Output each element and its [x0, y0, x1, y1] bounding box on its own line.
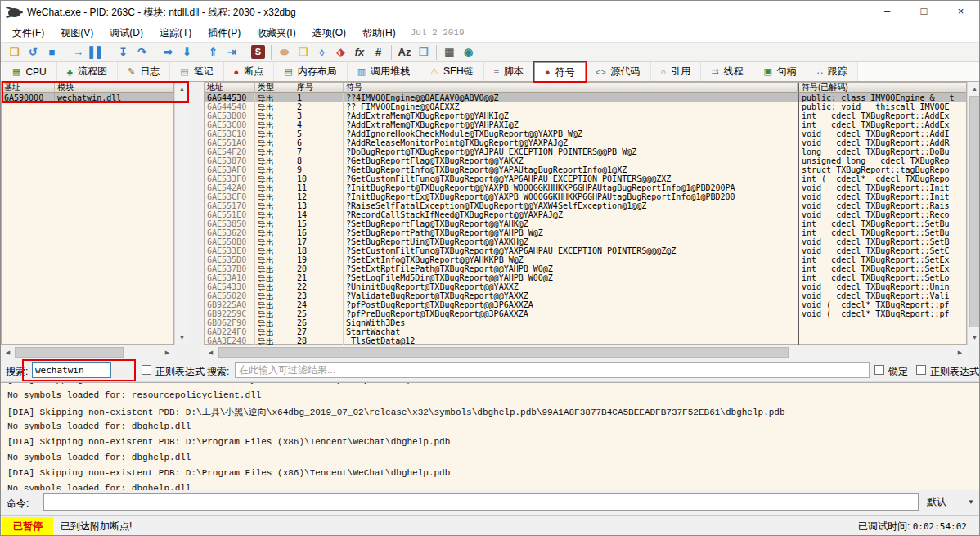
tab-log[interactable]: ✎日志 — [118, 62, 170, 81]
scroll-up-icon[interactable]: ▲ — [175, 82, 189, 96]
column-header-demangled[interactable]: 符号(已解码) — [798, 83, 966, 93]
tab-handles[interactable]: ▣句柄 — [753, 62, 807, 81]
menu-item[interactable]: 帮助(H) — [354, 24, 404, 43]
symbol-row[interactable]: 6AE53850导出15?SetBugReportFlag@TXBugRepor… — [205, 219, 966, 228]
globe-icon[interactable]: ◉ — [459, 44, 478, 61]
scroll-down-icon[interactable]: ▼ — [968, 331, 980, 345]
column-header-address[interactable]: 地址 — [205, 83, 255, 93]
scroll-thumb[interactable] — [969, 96, 980, 327]
open-file-icon[interactable]: ❏ — [5, 44, 24, 61]
symbol-row[interactable]: 6AE542A0导出11?InitBugReport@TXBugReport@@… — [205, 183, 966, 192]
symbol-row[interactable]: 6AE53CF0导出12?InitBugReportEx@TXBugReport… — [205, 192, 966, 201]
tab-seh-chain[interactable]: ⚠SEH链 — [420, 62, 484, 81]
tab-cpu[interactable]: ▦CPU — [2, 62, 57, 81]
column-header-type[interactable]: 类型 — [255, 83, 294, 93]
comments-icon[interactable]: ❑ — [294, 44, 312, 61]
tab-memory-map[interactable]: ▤内存布局 — [274, 62, 347, 81]
menu-item[interactable]: 插件(P) — [200, 24, 249, 43]
scroll-left-icon[interactable]: ◀ — [204, 345, 218, 359]
symbol-row[interactable]: 6A644530导出1??4IMVQQEngine@@QAEAAV0@ABV0@… — [205, 93, 966, 102]
pause-icon[interactable]: ▌▌ — [88, 44, 106, 61]
symbol-row[interactable]: 6AE533E0导出18?SetCustomFiltFunc@TXBugRepo… — [205, 246, 966, 255]
step-over-icon[interactable]: ↷ — [133, 44, 151, 61]
menu-item[interactable]: 调试(D) — [101, 24, 151, 43]
scroll-down-icon[interactable]: ▼ — [175, 331, 189, 345]
lock-checkbox[interactable] — [874, 365, 884, 375]
run-to-selection-icon[interactable]: ⇒ — [159, 44, 178, 61]
search-input[interactable] — [32, 362, 111, 378]
module-hscrollbar[interactable]: ◀ ▶ — [1, 345, 174, 358]
regex-filter-checkbox[interactable] — [916, 365, 926, 375]
symbol-row[interactable]: 6AE54F20导出7?DoBugReport@TXBugReport@@YAJ… — [205, 147, 966, 156]
symbol-row[interactable]: 6A644540导出2??_FIMVQQEngine@@QAEXXZpublic… — [205, 102, 966, 111]
symbol-row[interactable]: 6AE53AF0导出9?GetBugReportInfo@TXBugReport… — [205, 165, 966, 174]
patch-icon[interactable]: ⬬ — [275, 44, 294, 61]
scroll-left-icon[interactable]: ◀ — [1, 345, 15, 359]
scroll-up-icon[interactable]: ▲ — [968, 82, 980, 96]
menu-item[interactable]: 追踪(T) — [151, 24, 200, 43]
case-icon[interactable]: Az — [395, 44, 414, 61]
step-into-icon[interactable]: ↧ — [114, 44, 133, 61]
symbol-row[interactable]: 6AE551E0导出14?RecordCallStackIfNeed@TXBug… — [205, 210, 966, 219]
symbol-row[interactable]: 6AE535D0导出19?SetExtInfo@TXBugReport@@YAH… — [205, 255, 966, 264]
column-header-module[interactable]: 模块 — [55, 83, 173, 93]
command-profile-dropdown[interactable]: 默认 ▼ — [922, 493, 978, 511]
symbol-row[interactable]: 6B9225A0导出24?pfPostBugReport@TXBugReport… — [205, 300, 966, 309]
tab-trace[interactable]: ∴跟踪 — [807, 62, 858, 81]
scylla-icon[interactable]: S — [251, 45, 265, 59]
symbol-row[interactable]: 6AE551A0导出6?AddReleaseMonitorPoint@TXBug… — [205, 138, 966, 147]
symbol-vscrollbar[interactable]: ▲ ▼ — [967, 82, 980, 345]
tab-symbols[interactable]: ●符号 — [534, 62, 586, 81]
symbol-row[interactable]: 6B92259C导出25?pfPreBugReport@TXBugReport@… — [205, 309, 966, 318]
symbol-row[interactable]: 6AE53A10导出21?SetLogFileMd5Dir@TXBugRepor… — [205, 273, 966, 282]
symbol-row[interactable]: 6AE53870导出8?GetBugReportFlag@TXBugReport… — [205, 156, 966, 165]
symbol-row[interactable]: 6AE537B0导出20?SetExtRptFilePath@TXBugRepo… — [205, 264, 966, 273]
copy-source-icon[interactable]: ❒ — [414, 44, 433, 61]
column-header-base[interactable]: 基址 — [2, 83, 55, 93]
filter-input[interactable] — [235, 362, 870, 378]
column-header-ordinal[interactable]: 序号 — [294, 83, 344, 93]
scroll-right-icon[interactable]: ▶ — [953, 345, 967, 359]
scroll-right-icon[interactable]: ▶ — [160, 345, 174, 359]
tab-script[interactable]: ≡脚本 — [484, 62, 534, 81]
menu-item[interactable]: 收藏夹(I) — [249, 24, 303, 43]
symbol-row[interactable]: 6AE54330导出22?UninitBugReport@TXBugReport… — [205, 282, 966, 291]
command-input[interactable] — [43, 493, 919, 511]
labels-icon[interactable]: ⬨ — [312, 44, 331, 61]
symbol-row[interactable]: 6AE53B00导出3?AddExtraMem@TXBugReport@@YAH… — [205, 111, 966, 120]
symbol-row[interactable]: 6AE53C00导出4?AddExtraMem@TXBugReport@@YAH… — [205, 120, 966, 129]
run-until-return-icon[interactable]: ⇑ — [204, 44, 223, 61]
menu-item[interactable]: 文件(F) — [4, 24, 52, 43]
column-header-symbol[interactable]: 符号 — [344, 83, 798, 93]
scroll-thumb[interactable] — [218, 347, 789, 358]
symbol-row[interactable]: 6AE55020导出23?ValidateBugReport@TXBugRepo… — [205, 291, 966, 300]
tab-call-stack[interactable]: ▥调用堆栈 — [348, 62, 420, 81]
symbol-row[interactable]: 6AE53620导出16?SetBugReportPath@TXBugRepor… — [205, 228, 966, 237]
maximize-button[interactable]: □ — [906, 1, 942, 24]
functions-icon[interactable]: fx — [350, 44, 369, 61]
symbol-row[interactable]: 6AE53C10导出5?AddIgnoreHookCheckModule@TXB… — [205, 129, 966, 138]
run-to-user-code-icon[interactable]: ⇥ — [223, 44, 241, 61]
tab-source-code[interactable]: <>源代码 — [586, 62, 651, 81]
module-row[interactable]: 6A590000 wechatwin.dll — [2, 93, 173, 102]
restart-icon[interactable]: ↺ — [24, 44, 43, 61]
execute-till-return-icon[interactable]: ⇓ — [178, 44, 196, 61]
menu-item[interactable]: 选项(O) — [304, 24, 354, 43]
close-button[interactable]: × — [942, 1, 979, 24]
tab-notes[interactable]: ▤笔记 — [170, 62, 223, 81]
symbol-row[interactable]: 6AE550B0导出17?SetBugReportUin@TXBugReport… — [205, 237, 966, 246]
symbol-row[interactable]: 6AE55170导出13?RaiseSelfFatalException@TXB… — [205, 201, 966, 210]
tab-graph[interactable]: ♣流程图 — [57, 62, 118, 81]
tab-references[interactable]: ○引用 — [651, 62, 702, 81]
symbol-row[interactable]: 6AD224F0导出27StartWachat — [205, 327, 966, 336]
close-debuggee-icon[interactable]: ■ — [43, 44, 61, 61]
bookmarks-icon[interactable]: ⬗ — [331, 44, 350, 61]
symbol-row[interactable]: 6AE533F0导出10?GetCustomFiltFunc@TXBugRepo… — [205, 174, 966, 183]
tab-threads[interactable]: ⇉线程 — [701, 62, 753, 81]
regex-checkbox[interactable] — [142, 365, 151, 375]
run-icon[interactable]: → — [69, 44, 88, 61]
scroll-thumb[interactable] — [15, 347, 124, 358]
calculator-icon[interactable]: ▦ — [440, 44, 459, 61]
menu-item[interactable]: 视图(V) — [52, 24, 101, 43]
symbol-hscrollbar[interactable]: ◀ ▶ — [204, 345, 967, 358]
